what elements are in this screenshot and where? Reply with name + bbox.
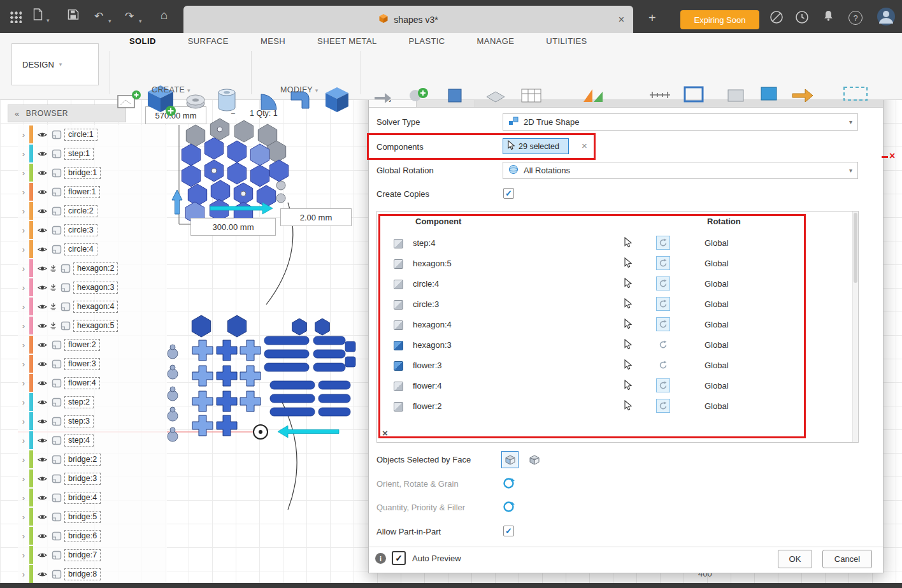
orient-rotate-icon[interactable] xyxy=(503,477,515,492)
visibility-eye-icon[interactable] xyxy=(36,341,48,348)
ribbon-tab[interactable]: SOLID xyxy=(113,33,172,50)
browser-item-row[interactable]: › bridge:4 xyxy=(18,488,167,507)
component-row[interactable]: hexagon:4 Global xyxy=(377,315,852,335)
browser-item-row[interactable]: › circle:1 xyxy=(18,125,167,144)
close-document-icon[interactable]: × xyxy=(619,14,624,25)
browser-item-row[interactable]: › bridge:2 xyxy=(18,450,167,469)
browser-item-row[interactable]: › bridge:8 xyxy=(18,564,167,584)
simulate-chart-icon[interactable] xyxy=(581,85,609,107)
rotation-cycle-icon[interactable] xyxy=(656,358,670,372)
browser-item-row[interactable]: › hexagon:5 xyxy=(18,316,167,335)
allow-part-in-part-checkbox[interactable]: ✓ xyxy=(503,526,514,536)
visibility-eye-icon[interactable] xyxy=(36,189,48,196)
visibility-eye-icon[interactable] xyxy=(36,437,48,444)
component-label[interactable]: bridge:8 xyxy=(64,568,101,580)
visibility-eye-icon[interactable] xyxy=(36,303,48,310)
component-label[interactable]: bridge:2 xyxy=(64,454,101,466)
visibility-eye-icon[interactable] xyxy=(36,494,48,501)
undo-icon[interactable]: ↶ xyxy=(94,9,103,24)
expand-chevron-icon[interactable]: › xyxy=(18,378,29,388)
ribbon-tab[interactable]: UTILITIES xyxy=(530,33,603,50)
create-group-label[interactable]: CREATE ▾ xyxy=(152,85,190,94)
visibility-eye-icon[interactable] xyxy=(36,380,48,387)
modify-group-label[interactable]: MODIFY ▾ xyxy=(280,85,319,94)
component-label[interactable]: step:3 xyxy=(64,415,94,427)
user-avatar[interactable] xyxy=(877,7,891,21)
rotation-cycle-icon[interactable] xyxy=(656,236,670,250)
select-by-face-button[interactable] xyxy=(501,451,519,468)
component-label[interactable]: flower:3 xyxy=(64,358,100,370)
info-icon[interactable]: i xyxy=(375,553,386,564)
row-rotation-value[interactable]: Global xyxy=(705,381,729,391)
auto-preview-checkbox[interactable]: ✓ xyxy=(392,551,406,565)
visibility-eye-icon[interactable] xyxy=(36,169,48,176)
expand-chevron-icon[interactable]: › xyxy=(18,436,29,445)
visibility-eye-icon[interactable] xyxy=(36,322,48,329)
browser-item-row[interactable]: › flower:4 xyxy=(18,373,167,392)
expand-chevron-icon[interactable]: › xyxy=(18,264,29,273)
browser-item-row[interactable]: › step:3 xyxy=(18,412,167,431)
browser-item-row[interactable]: › circle:4 xyxy=(18,240,167,259)
browser-item-row[interactable]: › bridge:7 xyxy=(18,545,167,564)
cancel-button[interactable]: Cancel xyxy=(822,550,872,568)
save-icon[interactable] xyxy=(68,9,79,24)
expand-chevron-icon[interactable]: › xyxy=(18,512,29,522)
visibility-eye-icon[interactable] xyxy=(36,513,48,520)
visibility-eye-icon[interactable] xyxy=(36,150,48,157)
expiring-soon-button[interactable]: Expiring Soon xyxy=(680,10,759,29)
visibility-eye-icon[interactable] xyxy=(36,131,48,138)
component-row[interactable]: flower:3 Global xyxy=(377,355,852,376)
component-label[interactable]: hexagon:4 xyxy=(73,301,118,313)
component-label[interactable]: step:2 xyxy=(64,396,94,408)
visibility-eye-icon[interactable] xyxy=(36,265,48,272)
rotation-cycle-icon[interactable] xyxy=(656,317,670,331)
expand-chevron-icon[interactable]: › xyxy=(18,130,29,140)
rotation-cycle-icon[interactable] xyxy=(656,378,670,392)
visibility-eye-icon[interactable] xyxy=(36,227,48,234)
redo-icon[interactable]: ↷ xyxy=(125,9,134,24)
cylinder-tool-icon[interactable] xyxy=(215,87,238,116)
expand-chevron-icon[interactable]: › xyxy=(18,417,29,426)
row-rotation-value[interactable]: Global xyxy=(705,361,729,370)
row-rotation-value[interactable]: Global xyxy=(705,238,729,248)
component-label[interactable]: flower:1 xyxy=(64,186,100,198)
expand-chevron-icon[interactable]: › xyxy=(18,550,29,560)
home-icon[interactable]: ⌂ xyxy=(161,8,168,23)
row-rotation-value[interactable]: Global xyxy=(705,340,729,350)
dim-height-input[interactable]: 300.00 mm xyxy=(190,218,276,236)
component-label[interactable]: bridge:7 xyxy=(64,549,101,561)
undo-caret-icon[interactable]: ▾ xyxy=(108,13,111,29)
clear-selection-icon[interactable]: × xyxy=(582,140,587,151)
global-rotation-dropdown[interactable]: All Rotations ▾ xyxy=(503,162,858,179)
browser-item-row[interactable]: › step:1 xyxy=(18,144,167,163)
file-menu-caret-icon[interactable]: ▾ xyxy=(47,13,50,28)
export-arrow-icon[interactable] xyxy=(790,85,815,104)
box-tool-icon[interactable] xyxy=(726,88,745,106)
quantity-priority-icon[interactable] xyxy=(503,501,515,515)
create-sketch-icon[interactable] xyxy=(116,88,141,116)
visibility-eye-icon[interactable] xyxy=(36,399,48,406)
visibility-eye-icon[interactable] xyxy=(36,418,48,425)
browser-item-row[interactable]: › step:2 xyxy=(18,392,167,412)
component-row[interactable]: hexagon:5 Global xyxy=(377,254,852,274)
fillet-tool-icon[interactable] xyxy=(259,88,283,115)
component-label[interactable]: step:4 xyxy=(64,434,94,447)
component-label[interactable]: circle:1 xyxy=(64,129,97,141)
ribbon-tab[interactable]: SURFACE xyxy=(172,33,245,50)
select-by-body-button[interactable] xyxy=(526,451,543,468)
row-rotation-value[interactable]: Global xyxy=(705,299,729,309)
ok-button[interactable]: OK xyxy=(778,550,812,568)
visibility-eye-icon[interactable] xyxy=(36,284,48,291)
frame-tool-icon[interactable] xyxy=(683,85,705,106)
workspace-switcher-design[interactable]: DESIGN ▾ xyxy=(11,43,99,85)
component-label[interactable]: hexagon:2 xyxy=(73,262,118,275)
slab-tool-icon[interactable] xyxy=(484,88,507,107)
rotation-cycle-icon[interactable] xyxy=(656,338,670,352)
expand-chevron-icon[interactable]: › xyxy=(18,340,29,350)
component-label[interactable]: bridge:6 xyxy=(64,530,101,542)
app-grid-menu-icon[interactable] xyxy=(10,11,22,23)
browser-item-row[interactable]: › flower:1 xyxy=(18,182,167,201)
visibility-eye-icon[interactable] xyxy=(36,475,48,482)
visibility-eye-icon[interactable] xyxy=(36,571,48,578)
component-label[interactable]: bridge:4 xyxy=(64,492,101,504)
